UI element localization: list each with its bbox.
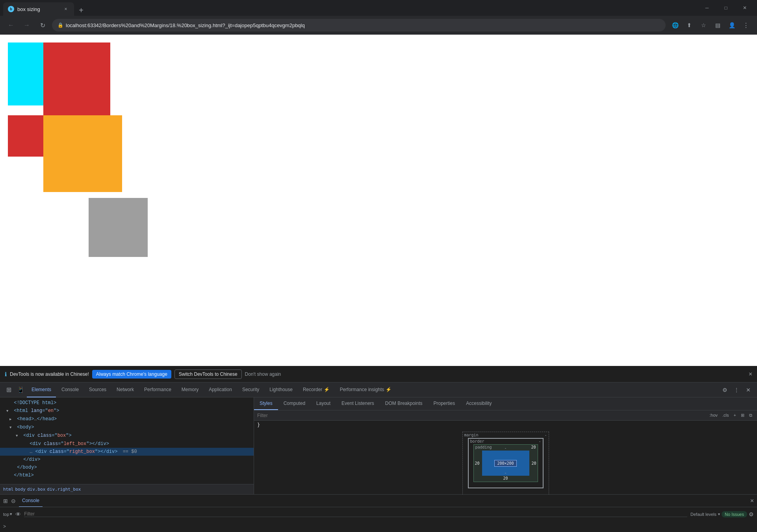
console-close-button[interactable]: × <box>750 497 754 504</box>
style-tab-layout[interactable]: Layout <box>311 397 336 410</box>
screenshot-button[interactable]: ⬆ <box>683 19 696 31</box>
levels-arrow: ▾ <box>718 512 720 516</box>
reload-icon: ↻ <box>40 22 45 29</box>
tab-network[interactable]: Network <box>112 382 139 397</box>
style-tab-styles[interactable]: Styles <box>254 397 278 410</box>
browser-window: b box sizing × + ─ □ ✕ ← → ↻ 🔒 localhost… <box>0 0 757 532</box>
style-tab-computed[interactable]: Computed <box>278 397 311 410</box>
html-arrow[interactable] <box>6 407 11 415</box>
toggle-classes[interactable]: ⊞ <box>739 412 746 419</box>
style-tab-accessibility[interactable]: Accessibility <box>460 397 497 410</box>
styles-filter-input[interactable] <box>257 413 705 418</box>
style-tab-dom-breakpoints[interactable]: DOM Breakpoints <box>380 397 428 410</box>
notification-close[interactable]: × <box>749 371 752 378</box>
hov-filter[interactable]: :hov <box>708 412 719 419</box>
close-button[interactable]: ✕ <box>736 0 754 16</box>
eye-icon[interactable]: 👁 <box>15 511 21 517</box>
window-controls: ─ □ ✕ <box>698 0 754 16</box>
bookmark-button[interactable]: ☆ <box>697 19 710 31</box>
inspect-element-button[interactable]: ⊞ <box>3 384 14 395</box>
red-box-top <box>43 42 110 115</box>
console-settings-icon[interactable]: ⚙ <box>749 511 754 517</box>
style-tab-properties[interactable]: Properties <box>428 397 461 410</box>
browser-tab-active[interactable]: b box sizing × <box>3 2 74 16</box>
div-rightbox-line[interactable]: … <div class="right_box"></div> == $0 <box>0 448 254 456</box>
console-filter-input[interactable] <box>24 511 687 517</box>
doctype-tag: <!DOCTYPE html> <box>14 400 56 406</box>
tab-security[interactable]: Security <box>237 382 264 397</box>
html-line[interactable]: <html lang="en"> <box>0 407 254 415</box>
tab-elements[interactable]: Elements <box>27 382 56 397</box>
breadcrumb-divbox[interactable]: div.box <box>27 487 45 492</box>
address-bar: ← → ↻ 🔒 localhost:63342/Borders%20and%20… <box>0 16 757 35</box>
maximize-button[interactable]: □ <box>717 0 735 16</box>
console-bar: ⊞ ⊝ Console × <box>0 494 757 507</box>
dont-show-button[interactable]: Don't show again <box>245 371 281 377</box>
info-icon: ℹ <box>5 371 7 377</box>
devtools-settings-button[interactable]: ⚙ <box>719 384 730 395</box>
tab-console[interactable]: Console <box>57 382 83 397</box>
border-dash: - <box>538 439 541 443</box>
console-level-selector[interactable]: top ▾ <box>3 512 12 517</box>
styles-filter-bar: :hov .cls + ⊞ ⧉ <box>254 410 757 421</box>
filter-actions: :hov .cls + ⊞ ⧉ <box>708 412 754 419</box>
devtools-body: <!DOCTYPE html> <html lang="en"> <head>…… <box>0 397 757 494</box>
body-arrow[interactable] <box>9 424 14 431</box>
box-demo-area <box>8 42 124 192</box>
div-leftbox-line[interactable]: <div class="left_box"></div> <box>0 440 254 448</box>
console-tab[interactable]: Console <box>19 495 43 507</box>
add-style-rule[interactable]: + <box>732 412 738 419</box>
style-tab-event-listeners[interactable]: Event Listeners <box>336 397 380 410</box>
back-button[interactable]: ← <box>5 19 17 31</box>
tab-bar: b box sizing × + <box>3 0 87 16</box>
devtools-more-button[interactable]: ⋮ <box>731 384 742 395</box>
html-close-line[interactable]: </html> <box>0 471 254 479</box>
new-tab-button[interactable]: + <box>76 5 87 16</box>
tab-memory-label: Memory <box>182 387 199 392</box>
reload-button[interactable]: ↻ <box>36 19 49 31</box>
breadcrumb-html[interactable]: html <box>3 487 14 492</box>
breadcrumb-body[interactable]: body <box>15 487 26 492</box>
minimize-button[interactable]: ─ <box>698 0 716 16</box>
tab-recorder[interactable]: Recorder ⚡ <box>298 382 334 397</box>
tab-performance-insights[interactable]: Performance insights ⚡ <box>335 382 396 397</box>
console-issues: Default levels ▾ No Issues ⚙ <box>690 511 754 517</box>
tab-close-button[interactable]: × <box>62 6 69 13</box>
box-model-diagram: margin - border - padding 20 <box>462 432 549 494</box>
elements-panel: <!DOCTYPE html> <html lang="en"> <head>…… <box>0 397 254 494</box>
doctype-line[interactable]: <!DOCTYPE html> <box>0 399 254 407</box>
tab-application[interactable]: Application <box>204 382 237 397</box>
always-match-button[interactable]: Always match Chrome's language <box>92 370 171 379</box>
console-input-bar: top ▾ 👁 Default levels ▾ No Issues ⚙ <box>0 507 757 521</box>
device-toolbar-button[interactable]: 📱 <box>15 384 26 395</box>
padding-left-val: 20 <box>475 461 480 466</box>
console-no-icon: ⊝ <box>11 498 16 504</box>
forward-button[interactable]: → <box>20 19 33 31</box>
default-levels-text[interactable]: Default levels <box>690 512 716 517</box>
div-box-line[interactable]: <div class="box"> <box>0 432 254 440</box>
tab-memory[interactable]: Memory <box>177 382 203 397</box>
div-close-line[interactable]: </div> <box>0 456 254 464</box>
sidebar-button[interactable]: ▤ <box>711 19 724 31</box>
breadcrumb-divrightbox[interactable]: div.right_box <box>47 487 81 492</box>
body-open-line[interactable]: <body> <box>0 423 254 432</box>
devtools-close-button[interactable]: ✕ <box>743 384 754 395</box>
no-issues-badge: No Issues <box>722 511 747 517</box>
switch-devtools-button[interactable]: Switch DevTools to Chinese <box>174 369 242 379</box>
head-line[interactable]: <head>…</head> <box>0 415 254 423</box>
tab-performance[interactable]: Performance <box>139 382 176 397</box>
head-arrow[interactable] <box>9 416 14 423</box>
back-icon: ← <box>8 22 14 29</box>
translate-button[interactable]: 🌐 <box>669 19 681 31</box>
cls-filter[interactable]: .cls <box>721 412 731 419</box>
tab-lighthouse[interactable]: Lighthouse <box>265 382 297 397</box>
copy-style[interactable]: ⧉ <box>748 412 754 419</box>
div-box-arrow[interactable] <box>16 432 20 440</box>
url-bar[interactable]: 🔒 localhost:63342/Borders%20and%20Margin… <box>52 19 666 31</box>
devtools-panel: ⊞ 📱 Elements Console Sources Network Per… <box>0 382 757 532</box>
menu-button[interactable]: ⋮ <box>740 19 752 31</box>
tab-sources[interactable]: Sources <box>84 382 111 397</box>
body-close-line[interactable]: </body> <box>0 464 254 471</box>
profile-button[interactable]: 👤 <box>725 19 738 31</box>
console-prompt-area: > <box>0 521 757 532</box>
